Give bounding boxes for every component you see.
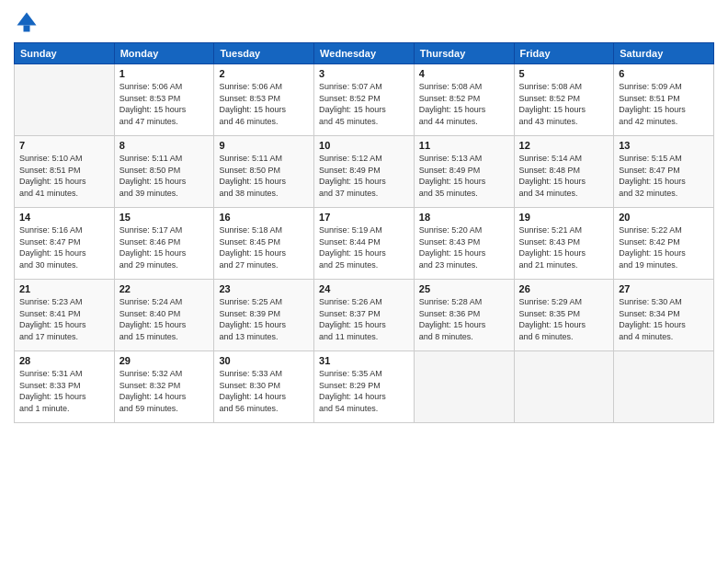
- day-info: Sunrise: 5:06 AM Sunset: 8:53 PM Dayligh…: [119, 81, 210, 127]
- day-cell: 11Sunrise: 5:13 AM Sunset: 8:49 PM Dayli…: [414, 136, 514, 208]
- day-info: Sunrise: 5:06 AM Sunset: 8:53 PM Dayligh…: [219, 81, 309, 127]
- day-cell: 10Sunrise: 5:12 AM Sunset: 8:49 PM Dayli…: [314, 136, 415, 208]
- day-number: 8: [119, 140, 210, 151]
- day-number: 7: [19, 140, 109, 151]
- day-cell: 12Sunrise: 5:14 AM Sunset: 8:48 PM Dayli…: [514, 136, 614, 208]
- day-cell: 6Sunrise: 5:09 AM Sunset: 8:51 PM Daylig…: [614, 64, 714, 136]
- day-number: 3: [319, 68, 409, 79]
- day-cell: 4Sunrise: 5:08 AM Sunset: 8:52 PM Daylig…: [414, 64, 514, 136]
- day-cell: 30Sunrise: 5:33 AM Sunset: 8:30 PM Dayli…: [214, 351, 314, 423]
- day-info: Sunrise: 5:21 AM Sunset: 8:43 PM Dayligh…: [519, 224, 609, 270]
- day-number: 10: [319, 140, 409, 151]
- day-cell: 2Sunrise: 5:06 AM Sunset: 8:53 PM Daylig…: [214, 64, 314, 136]
- day-cell: [614, 351, 714, 423]
- day-info: Sunrise: 5:30 AM Sunset: 8:34 PM Dayligh…: [619, 296, 709, 342]
- day-info: Sunrise: 5:18 AM Sunset: 8:45 PM Dayligh…: [219, 224, 309, 270]
- day-cell: 21Sunrise: 5:23 AM Sunset: 8:41 PM Dayli…: [15, 280, 115, 351]
- day-cell: 17Sunrise: 5:19 AM Sunset: 8:44 PM Dayli…: [314, 208, 415, 280]
- header: [14, 9, 714, 35]
- week-row-0: 1Sunrise: 5:06 AM Sunset: 8:53 PM Daylig…: [15, 64, 714, 136]
- day-info: Sunrise: 5:09 AM Sunset: 8:51 PM Dayligh…: [619, 81, 709, 127]
- day-number: 22: [119, 283, 210, 294]
- day-cell: 16Sunrise: 5:18 AM Sunset: 8:45 PM Dayli…: [214, 208, 314, 280]
- day-number: 25: [419, 283, 509, 294]
- day-info: Sunrise: 5:25 AM Sunset: 8:39 PM Dayligh…: [219, 296, 309, 342]
- day-info: Sunrise: 5:22 AM Sunset: 8:42 PM Dayligh…: [619, 224, 709, 270]
- day-info: Sunrise: 5:11 AM Sunset: 8:50 PM Dayligh…: [219, 153, 309, 199]
- col-header-wednesday: Wednesday: [314, 43, 415, 64]
- day-number: 6: [619, 68, 709, 79]
- day-cell: [15, 64, 115, 136]
- day-cell: 26Sunrise: 5:29 AM Sunset: 8:35 PM Dayli…: [514, 280, 614, 351]
- day-info: Sunrise: 5:29 AM Sunset: 8:35 PM Dayligh…: [519, 296, 609, 342]
- col-header-thursday: Thursday: [414, 43, 514, 64]
- day-number: 2: [219, 68, 309, 79]
- day-number: 27: [619, 283, 709, 294]
- day-number: 17: [319, 212, 409, 223]
- week-row-3: 21Sunrise: 5:23 AM Sunset: 8:41 PM Dayli…: [15, 280, 714, 351]
- day-cell: 23Sunrise: 5:25 AM Sunset: 8:39 PM Dayli…: [214, 280, 314, 351]
- day-cell: 24Sunrise: 5:26 AM Sunset: 8:37 PM Dayli…: [314, 280, 415, 351]
- day-number: 13: [619, 140, 709, 151]
- week-row-2: 14Sunrise: 5:16 AM Sunset: 8:47 PM Dayli…: [15, 208, 714, 280]
- day-cell: 31Sunrise: 5:35 AM Sunset: 8:29 PM Dayli…: [314, 351, 415, 423]
- col-header-monday: Monday: [114, 43, 214, 64]
- day-number: 19: [519, 212, 609, 223]
- day-number: 24: [319, 283, 409, 294]
- day-cell: 1Sunrise: 5:06 AM Sunset: 8:53 PM Daylig…: [114, 64, 214, 136]
- col-header-saturday: Saturday: [614, 43, 714, 64]
- week-row-1: 7Sunrise: 5:10 AM Sunset: 8:51 PM Daylig…: [15, 136, 714, 208]
- day-cell: 25Sunrise: 5:28 AM Sunset: 8:36 PM Dayli…: [414, 280, 514, 351]
- day-cell: 18Sunrise: 5:20 AM Sunset: 8:43 PM Dayli…: [414, 208, 514, 280]
- day-info: Sunrise: 5:20 AM Sunset: 8:43 PM Dayligh…: [419, 224, 509, 270]
- col-header-tuesday: Tuesday: [214, 43, 314, 64]
- week-row-4: 28Sunrise: 5:31 AM Sunset: 8:33 PM Dayli…: [15, 351, 714, 423]
- day-cell: 15Sunrise: 5:17 AM Sunset: 8:46 PM Dayli…: [114, 208, 214, 280]
- day-number: 16: [219, 212, 309, 223]
- day-info: Sunrise: 5:07 AM Sunset: 8:52 PM Dayligh…: [319, 81, 409, 127]
- svg-rect-1: [24, 26, 30, 32]
- day-info: Sunrise: 5:31 AM Sunset: 8:33 PM Dayligh…: [19, 368, 109, 414]
- day-number: 20: [619, 212, 709, 223]
- day-number: 21: [19, 283, 109, 294]
- day-info: Sunrise: 5:13 AM Sunset: 8:49 PM Dayligh…: [419, 153, 509, 199]
- day-info: Sunrise: 5:14 AM Sunset: 8:48 PM Dayligh…: [519, 153, 609, 199]
- day-number: 15: [119, 212, 210, 223]
- day-cell: 14Sunrise: 5:16 AM Sunset: 8:47 PM Dayli…: [15, 208, 115, 280]
- day-info: Sunrise: 5:33 AM Sunset: 8:30 PM Dayligh…: [219, 368, 309, 414]
- calendar-table: SundayMondayTuesdayWednesdayThursdayFrid…: [14, 42, 714, 423]
- day-info: Sunrise: 5:19 AM Sunset: 8:44 PM Dayligh…: [319, 224, 409, 270]
- day-info: Sunrise: 5:11 AM Sunset: 8:50 PM Dayligh…: [119, 153, 210, 199]
- day-cell: 7Sunrise: 5:10 AM Sunset: 8:51 PM Daylig…: [15, 136, 115, 208]
- day-info: Sunrise: 5:10 AM Sunset: 8:51 PM Dayligh…: [19, 153, 109, 199]
- day-cell: [514, 351, 614, 423]
- day-info: Sunrise: 5:12 AM Sunset: 8:49 PM Dayligh…: [319, 153, 409, 199]
- day-cell: 29Sunrise: 5:32 AM Sunset: 8:32 PM Dayli…: [114, 351, 214, 423]
- col-header-friday: Friday: [514, 43, 614, 64]
- day-info: Sunrise: 5:32 AM Sunset: 8:32 PM Dayligh…: [119, 368, 210, 414]
- day-number: 31: [319, 355, 409, 366]
- day-number: 4: [419, 68, 509, 79]
- day-cell: 13Sunrise: 5:15 AM Sunset: 8:47 PM Dayli…: [614, 136, 714, 208]
- day-cell: 3Sunrise: 5:07 AM Sunset: 8:52 PM Daylig…: [314, 64, 415, 136]
- day-cell: 27Sunrise: 5:30 AM Sunset: 8:34 PM Dayli…: [614, 280, 714, 351]
- logo: [14, 9, 43, 35]
- day-info: Sunrise: 5:24 AM Sunset: 8:40 PM Dayligh…: [119, 296, 210, 342]
- day-info: Sunrise: 5:16 AM Sunset: 8:47 PM Dayligh…: [19, 224, 109, 270]
- col-header-sunday: Sunday: [15, 43, 115, 64]
- day-info: Sunrise: 5:17 AM Sunset: 8:46 PM Dayligh…: [119, 224, 210, 270]
- day-cell: 8Sunrise: 5:11 AM Sunset: 8:50 PM Daylig…: [114, 136, 214, 208]
- day-info: Sunrise: 5:23 AM Sunset: 8:41 PM Dayligh…: [19, 296, 109, 342]
- logo-icon: [14, 9, 40, 35]
- day-number: 28: [19, 355, 109, 366]
- day-cell: 22Sunrise: 5:24 AM Sunset: 8:40 PM Dayli…: [114, 280, 214, 351]
- day-number: 14: [19, 212, 109, 223]
- day-cell: [414, 351, 514, 423]
- day-number: 29: [119, 355, 210, 366]
- day-number: 5: [519, 68, 609, 79]
- day-number: 23: [219, 283, 309, 294]
- day-cell: 9Sunrise: 5:11 AM Sunset: 8:50 PM Daylig…: [214, 136, 314, 208]
- calendar-header: SundayMondayTuesdayWednesdayThursdayFrid…: [15, 43, 714, 64]
- day-number: 1: [119, 68, 210, 79]
- day-info: Sunrise: 5:28 AM Sunset: 8:36 PM Dayligh…: [419, 296, 509, 342]
